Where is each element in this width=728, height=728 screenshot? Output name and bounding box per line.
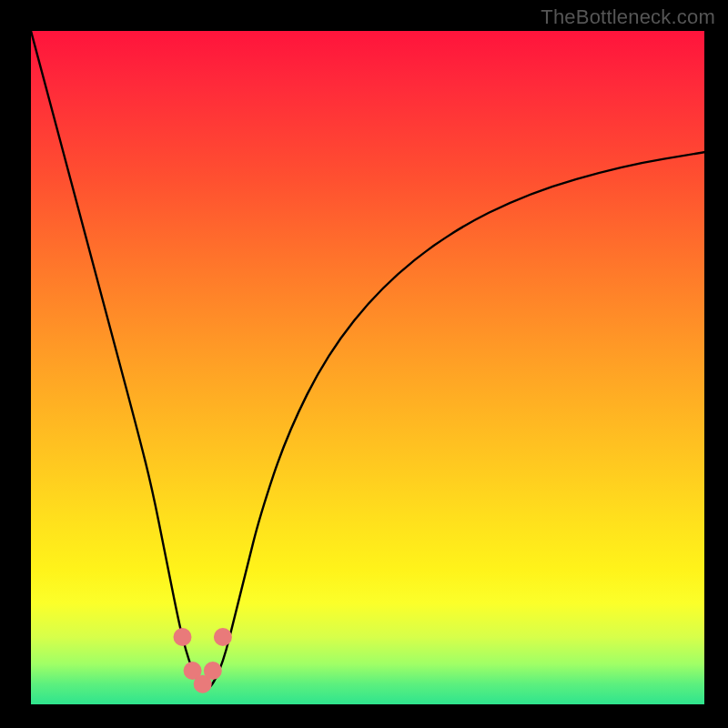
watermark-text: TheBottleneck.com	[541, 5, 715, 29]
curve-marker	[214, 628, 232, 646]
chart-frame: TheBottleneck.com	[0, 0, 728, 728]
bottleneck-curve-path	[31, 31, 704, 689]
curve-marker	[204, 662, 222, 680]
curve-svg	[31, 31, 704, 704]
curve-marker	[174, 628, 192, 646]
plot-area	[31, 31, 704, 704]
